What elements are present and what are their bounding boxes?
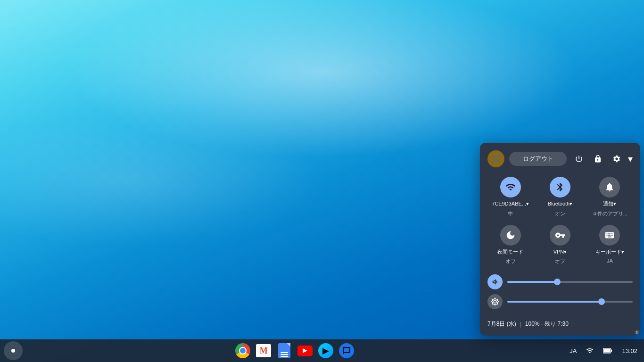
youtube-icon (297, 346, 313, 356)
avatar: 🎵 (487, 150, 504, 167)
dock-item-messages[interactable] (337, 341, 356, 360)
keyboard-tile-sub: JA (607, 258, 613, 263)
keyboard-icon (599, 225, 620, 246)
messages-icon (339, 343, 354, 358)
docs-lines (281, 352, 288, 357)
logout-button[interactable]: ログアウト (509, 152, 567, 166)
bluetooth-tile-sub: オン (555, 210, 565, 217)
svg-rect-3 (604, 349, 611, 353)
vpn-tile-label: VPN▾ (553, 248, 567, 255)
nightmode-tile[interactable]: 夜間モード オフ (487, 223, 533, 267)
wifi-tile-sub: 中 (508, 210, 513, 217)
ime-tray-item[interactable]: JA (567, 346, 579, 356)
ime-label: JA (570, 347, 577, 354)
qs-tiles: 7CE9D3ABE...▾ 中 Bluetooth▾ オン 通知▾ ４件のアプリ… (487, 175, 633, 267)
qs-divider: | (520, 321, 521, 328)
dock-item-playstore[interactable]: ▶ (316, 341, 335, 360)
settings-button[interactable] (609, 151, 624, 166)
chevron-down-icon[interactable]: ▾ (628, 153, 633, 165)
power-button[interactable] (571, 151, 586, 166)
brightness-icon[interactable] (487, 294, 503, 309)
qs-sliders (487, 274, 633, 309)
keyboard-tile-label: キーボード▾ (595, 248, 624, 255)
taskbar-dock: ▶ (23, 341, 567, 360)
wifi-tray-icon (586, 347, 594, 354)
svg-rect-2 (611, 350, 612, 352)
notifications-tile-sub: ４件のアプリ... (592, 210, 627, 217)
brightness-slider-row (487, 294, 633, 309)
taskbar-right: JA 13:02 (567, 345, 640, 356)
docs-line (281, 356, 288, 357)
vpn-tile-sub: オフ (555, 258, 565, 265)
wifi-tile-label: 7CE9D3ABE...▾ (492, 200, 529, 207)
qs-header: 🎵 ログアウト ▾ (487, 150, 633, 167)
bluetooth-icon (550, 177, 570, 197)
volume-icon[interactable] (487, 274, 503, 289)
chrome-icon (235, 343, 250, 358)
nightmode-tile-sub: オフ (505, 258, 516, 265)
playstore-icon: ▶ (318, 343, 333, 358)
quick-settings-panel: 🎵 ログアウト ▾ 7CE9D3ABE...▾ 中 (480, 143, 640, 336)
dock-item-docs[interactable] (275, 341, 294, 360)
docs-icon (278, 343, 290, 358)
docs-line (281, 352, 288, 353)
dock-item-youtube[interactable] (296, 341, 314, 360)
bluetooth-tile-label: Bluetooth▾ (548, 200, 572, 207)
taskbar: ▶ JA 13:02 (0, 339, 644, 362)
battery-icon (603, 347, 612, 354)
dock-item-gmail[interactable] (254, 341, 273, 360)
wifi-icon (500, 177, 521, 197)
volume-slider[interactable] (507, 281, 633, 283)
brightness-slider[interactable] (507, 301, 633, 303)
notifications-tile-label: 通知▾ (603, 200, 616, 207)
launcher-dot (11, 349, 15, 353)
keyboard-tile[interactable]: キーボード▾ JA (587, 223, 633, 267)
vpn-tile[interactable]: VPN▾ オフ (537, 223, 583, 267)
qs-date: 7月8日 (水) (487, 320, 516, 328)
vpn-icon (550, 225, 570, 246)
docs-line (281, 354, 288, 355)
wifi-tile[interactable]: 7CE9D3ABE...▾ 中 (487, 175, 533, 219)
notifications-icon (599, 177, 620, 197)
nightmode-tile-label: 夜間モード (497, 248, 523, 255)
taskbar-left (4, 341, 23, 360)
time-tray-item[interactable]: 13:02 (619, 346, 640, 356)
lock-button[interactable] (590, 151, 605, 166)
notifications-tile[interactable]: 通知▾ ４件のアプリ... (587, 175, 633, 219)
bluetooth-tile[interactable]: Bluetooth▾ オン (537, 175, 583, 219)
volume-slider-row (487, 274, 633, 289)
launcher-button[interactable] (4, 341, 23, 360)
nightmode-icon (500, 225, 521, 246)
qs-footer: 7月8日 (水) | 100% - 残り 7:30 (487, 316, 633, 328)
dock-item-chrome[interactable] (233, 341, 252, 360)
wifi-tray-item[interactable] (583, 345, 596, 356)
gmail-icon (256, 344, 271, 357)
qs-battery: 100% - 残り 7:30 (525, 320, 569, 328)
qs-header-icons: ▾ (571, 151, 633, 166)
battery-tray-item[interactable] (600, 345, 615, 356)
clock-label: 13:02 (622, 347, 637, 354)
